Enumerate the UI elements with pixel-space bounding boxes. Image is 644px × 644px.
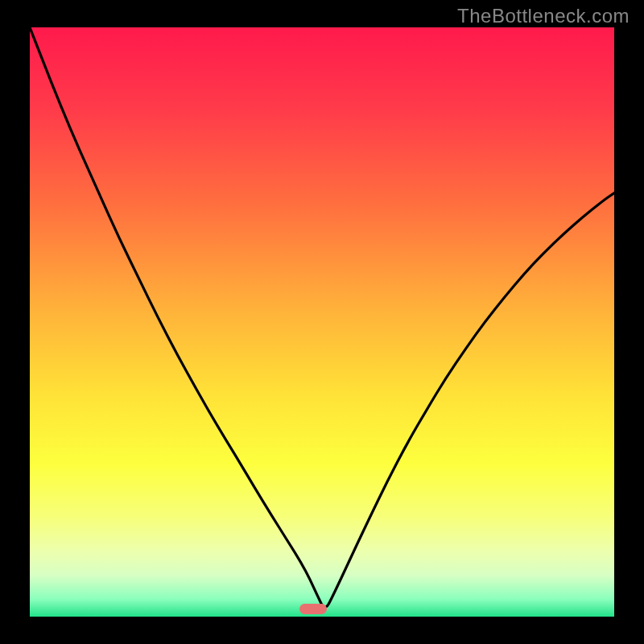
plot-area: [30, 27, 614, 617]
bottleneck-curve: [30, 27, 614, 607]
curve-svg: [30, 27, 614, 617]
chart-frame: TheBottleneck.com: [0, 0, 644, 644]
watermark-text: TheBottleneck.com: [457, 5, 630, 27]
optimal-marker: [299, 604, 327, 614]
